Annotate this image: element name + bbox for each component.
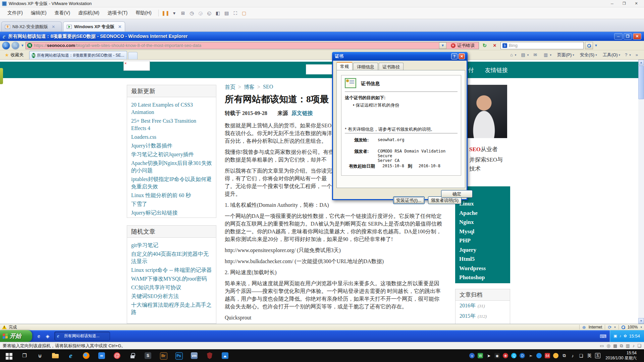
zoom-level[interactable]: 100% [628,325,638,329]
close-tab-icon[interactable]: ✕ [52,24,55,29]
vmware-menu-item[interactable]: 选项卡(T) [103,9,131,17]
scrollbar-thumb[interactable] [638,66,644,99]
vmware-menu-item[interactable]: 帮助(H) [131,9,155,17]
random-post-link[interactable]: WAMP下修改MYSQL的root密码 [131,275,212,283]
category-link[interactable]: Photoshop [459,273,510,282]
taskbar-task-button[interactable]: e 所有网站都该知道... [54,331,110,341]
random-post-link[interactable]: Linux script命令 -- 终端里的记录器 [131,266,212,274]
vm-tab-winxp[interactable]: Windows XP 专业版 ✕ [63,21,125,32]
random-post-link[interactable]: git学习笔记 [131,242,212,249]
stop-button[interactable]: × [490,42,499,50]
quicklaunch-app-icon[interactable]: ◈ [44,333,51,340]
pause-button-icon[interactable]: ❚❚ [161,9,170,17]
vm-status-icon[interactable]: ▣ [613,334,617,338]
dialog-close-button[interactable]: ✕ [459,53,465,59]
page-tab[interactable]: N 所有网站都该知道：8项最重要的SEO数据 - SE... [29,51,127,59]
revert-snapshot-icon[interactable]: ◶ [196,9,205,17]
overflow-chevron-icon[interactable]: » [634,52,642,58]
breadcrumb-item[interactable]: 首页 [225,84,241,91]
qq-tray-icon[interactable]: Q [511,353,517,358]
random-post-link[interactable]: CC知识共享许可协议 [131,284,212,291]
certificate-error-button[interactable]: × 证书错误 [448,43,477,49]
random-post-link[interactable]: 十大编程算法助程序员走上高手之路 [131,301,212,316]
address-field[interactable]: N https://seonoco.com/blog/all-web-sites… [25,42,479,49]
category-link[interactable]: Wordpress [459,264,510,273]
category-link[interactable]: Jquery [459,245,510,255]
scroll-down-icon[interactable]: ▼ [638,318,644,324]
network-adapter-icon[interactable]: ⧉ [620,343,623,349]
page-side-handle[interactable] [0,68,3,84]
chevron-down-icon[interactable]: ▾ [640,325,642,329]
vmware-menu-item[interactable]: 查看(V) [51,9,74,17]
home-icon[interactable]: ⌂▾ [508,52,518,58]
drop-app-icon[interactable] [536,353,542,358]
feeds-icon[interactable]: ▤▾ [519,52,531,58]
vmware-menu-item[interactable]: 编辑(E) [27,9,51,17]
tools-menu-icon[interactable]: 工具(O)▾ [600,51,622,59]
pause-dropdown-icon[interactable]: ▾ [170,9,179,17]
archive-link[interactable]: 2015年(112) [455,311,510,321]
print-icon[interactable]: ▥▾ [542,52,553,58]
safety-menu-icon[interactable]: 安全(S)▾ [577,51,599,59]
ctrl-alt-del-icon[interactable]: ⊞ [179,9,187,17]
dialog-titlebar[interactable]: 证书 ? ✕ [332,52,468,61]
search-input[interactable]: b Bing [500,42,584,49]
random-post-link[interactable]: 关键词SEO分析方法 [131,293,212,300]
chevron-down-icon[interactable]: ▾ [614,325,616,329]
category-link[interactable]: PHP [459,236,510,245]
red-64-icon[interactable]: 64 [545,353,550,358]
dialog-help-button[interactable]: ? [451,53,458,59]
category-link[interactable]: Mysql [459,227,510,236]
breadcrumb-item[interactable]: 博客 [244,84,260,91]
vmware-tools-icon[interactable]: ✿ [624,334,627,338]
category-link[interactable]: Html5 [459,254,510,264]
search-options-icon[interactable]: ▼ [594,44,598,47]
red-pinwheel-icon[interactable]: ✻ [503,353,508,358]
paper-plane-icon[interactable]: ➤ [486,353,491,358]
vertical-scrollbar[interactable]: ▲ ▼ [638,60,644,324]
site-search-box[interactable] [306,64,332,74]
xp-clock[interactable]: 15:54 [629,334,640,339]
help-menu-icon[interactable]: ?▾ [623,52,633,58]
minimize-button[interactable]: ─ [606,1,618,7]
forward-button[interactable]: → [11,42,19,50]
protected-mode-icon[interactable]: ⟳ [608,325,611,330]
nav-item-partial[interactable]: 付 [468,66,474,74]
latest-post-link[interactable]: 学习笔记之初识Jquery插件 [131,151,212,158]
w-green-tray-icon[interactable]: W [478,353,483,358]
vm-tab-n8x2[interactable]: N8-X2-安全旗舰版 ✕ [1,21,62,32]
fullscreen-icon[interactable]: ⛶ [231,9,240,17]
address-dropdown-button[interactable]: ▼ [439,42,446,49]
language-indicator-icon[interactable]: 英 [587,353,592,358]
close-button[interactable]: ✕ [631,1,642,7]
snapshot-manager-icon[interactable]: ◵ [205,9,214,17]
volume-tray-icon[interactable]: ♪ [570,353,575,358]
refresh-button[interactable]: ↻ [480,42,489,50]
category-link[interactable]: Apache [459,208,510,218]
host-clock[interactable]: 15:54 2016/1/30 星期六 [603,351,640,361]
vmware-menu-item[interactable]: 文件(F) [3,9,27,17]
cd-rom-icon[interactable]: ◎ [607,343,610,348]
category-link[interactable]: Linux [459,199,510,208]
latest-post-link[interactable]: iptables封锁指定IP命令以及如何避免重启失效 [131,176,212,190]
take-snapshot-icon[interactable]: ◷ [187,9,196,17]
read-mail-icon[interactable]: ✉ [531,52,541,58]
ie-close-button[interactable]: ✕ [633,33,641,40]
category-link[interactable]: Nginx [459,218,510,227]
install-certificate-button[interactable]: 安装证书(I)... [393,196,425,204]
nvidia-tray-icon[interactable]: ◉ [494,353,500,358]
favorites-button[interactable]: ★ 收藏夹 [2,51,26,59]
latest-post-link[interactable]: Loaders.css [131,133,212,141]
volume-icon[interactable]: ♪ [620,334,622,338]
history-dropdown-icon[interactable]: ▼ [21,44,24,47]
floppy-icon[interactable]: ▩ [613,343,617,348]
nav-item-links[interactable]: 友情链接 [485,66,508,74]
ime-indicator-icon[interactable]: 五 [595,353,600,358]
latest-post-link[interactable]: Linux 性能分析的前 60 秒 [131,192,212,199]
random-post-link[interactable]: 自定义的404页面在IE浏览器中无法显示 [131,250,212,265]
ie-quicklaunch-icon[interactable]: e [36,333,42,340]
latest-post-link[interactable]: Apache切换到Nginx后目录301失效的小问题 [131,160,212,174]
latest-post-link[interactable]: 25+ Best Free Css3 Transition Effects 4 [131,117,212,132]
maximize-button[interactable]: ❐ [619,1,630,7]
keyboard-layout-icon[interactable]: ⌨ [600,334,606,339]
